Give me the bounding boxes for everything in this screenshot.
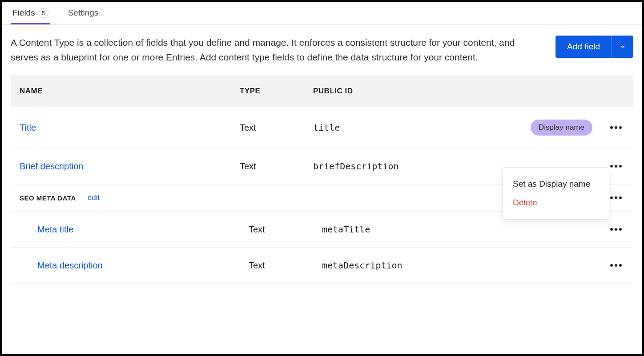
- dots-icon: [610, 264, 613, 267]
- tabs-bar: Fields 5 Settings: [2, 2, 642, 25]
- tab-fields[interactable]: Fields 5: [11, 2, 50, 24]
- column-header-type: TYPE: [240, 87, 313, 96]
- field-type: Text: [240, 123, 313, 133]
- table-row: Meta description Text metaDescription: [11, 248, 633, 284]
- menu-set-display-name[interactable]: Set as Display name: [503, 175, 609, 193]
- column-header-name: NAME: [20, 87, 240, 96]
- content-type-description: A Content Type is a collection of fields…: [11, 36, 522, 64]
- field-public-id: metaDescription: [322, 260, 518, 271]
- field-type: Text: [249, 260, 322, 271]
- field-type: Text: [240, 161, 313, 172]
- table-row: Title Text title Display name: [11, 107, 633, 148]
- tab-fields-label: Fields: [12, 8, 35, 18]
- group-edit-link[interactable]: edit: [88, 193, 100, 202]
- field-public-id: briefDescription: [313, 161, 518, 172]
- field-public-id: title: [313, 122, 518, 133]
- field-name-link[interactable]: Meta title: [28, 224, 249, 235]
- row-context-menu: Set as Display name Delete: [503, 167, 609, 220]
- chevron-down-icon: [619, 43, 626, 50]
- field-name-link[interactable]: Brief description: [20, 161, 240, 172]
- row-actions-button[interactable]: [608, 162, 624, 170]
- add-field-button[interactable]: Add field: [555, 36, 612, 58]
- display-name-badge: Display name: [531, 120, 592, 136]
- field-public-id: metaTitle: [322, 224, 518, 235]
- tab-fields-count: 5: [39, 8, 48, 18]
- row-actions-button[interactable]: [608, 225, 624, 233]
- menu-delete[interactable]: Delete: [503, 193, 609, 212]
- description-row: A Content Type is a collection of fields…: [2, 25, 642, 75]
- field-name-link[interactable]: Title: [20, 123, 240, 133]
- dots-icon: [610, 228, 613, 231]
- field-name-link[interactable]: Meta description: [28, 260, 249, 271]
- field-badge-cell: Display name: [518, 120, 598, 136]
- dots-icon: [610, 126, 613, 129]
- row-actions-button[interactable]: [608, 194, 624, 202]
- tab-settings-label: Settings: [68, 8, 99, 18]
- table-header-row: NAME TYPE PUBLIC ID: [11, 75, 633, 107]
- column-header-public-id: PUBLIC ID: [313, 87, 624, 96]
- tab-settings[interactable]: Settings: [66, 2, 101, 24]
- row-actions-button[interactable]: [608, 261, 624, 269]
- dots-icon: [610, 165, 613, 168]
- dots-icon: [610, 196, 613, 199]
- add-field-button-group: Add field: [555, 36, 633, 58]
- add-field-dropdown-button[interactable]: [612, 36, 633, 58]
- row-actions-button[interactable]: [608, 124, 624, 132]
- group-label: SEO META DATA: [20, 194, 76, 202]
- field-type: Text: [249, 224, 322, 235]
